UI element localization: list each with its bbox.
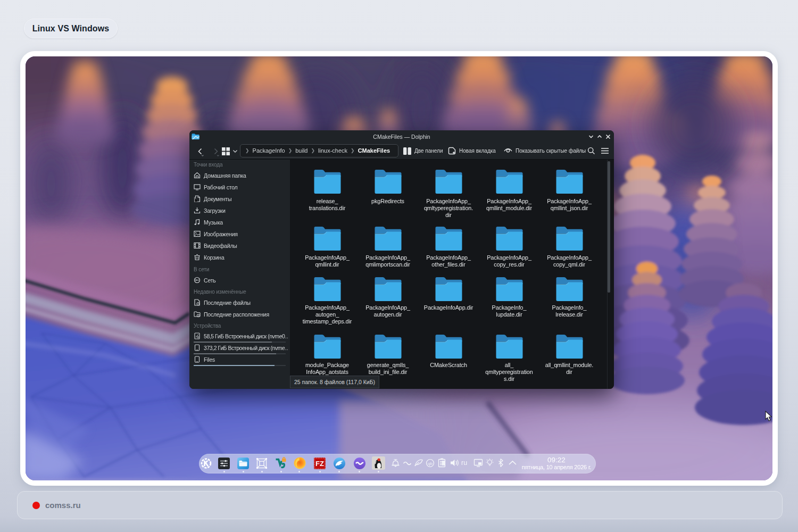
- svg-text:qb: qb: [428, 461, 433, 466]
- svg-text:FZ: FZ: [315, 460, 324, 468]
